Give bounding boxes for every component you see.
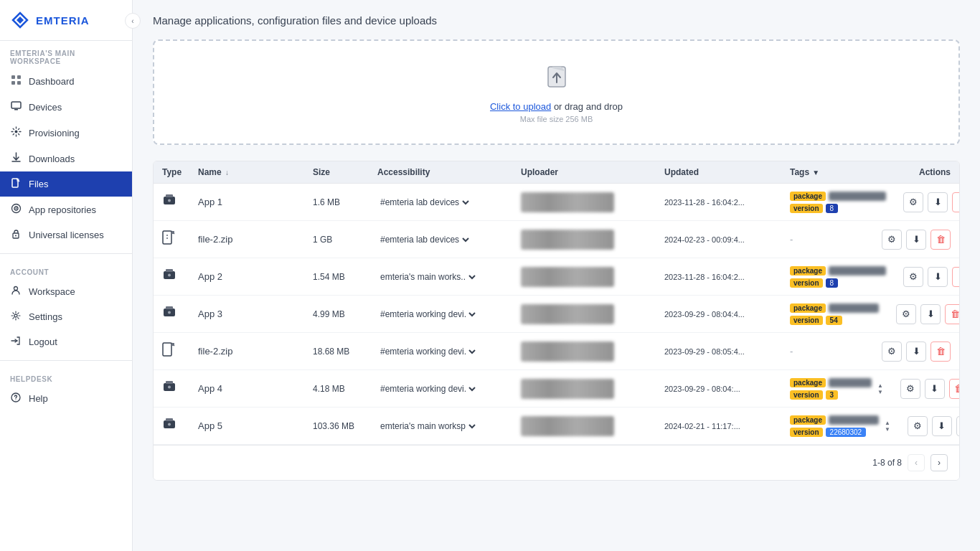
settings-action-button[interactable]: ⚙: [900, 379, 920, 399]
download-action-button[interactable]: ⬇: [906, 342, 926, 362]
file-name: file-2.zip: [198, 234, 313, 245]
accessibility-cell[interactable]: #emteria lab devices: [377, 234, 521, 245]
zip-type-icon: [162, 345, 175, 359]
accessibility-dropdown[interactable]: #emteria working devi...: [377, 346, 478, 357]
sidebar-item-app-repositories[interactable]: App repositories: [0, 197, 132, 222]
settings-action-button[interactable]: ⚙: [903, 192, 923, 212]
delete-action-button[interactable]: 🗑: [956, 416, 960, 436]
pagination-next-button[interactable]: ›: [930, 454, 948, 471]
uploader-value: [521, 342, 614, 362]
logo-text: EMTERIA: [36, 14, 90, 27]
accessibility-dropdown[interactable]: #emteria working devi...: [377, 383, 478, 395]
svg-point-21: [15, 399, 16, 400]
uploader-cell: [521, 379, 664, 399]
delete-action-button[interactable]: 🗑: [930, 230, 951, 250]
updated-cell: 2023-09-29 - 08:05:4...: [664, 347, 790, 356]
file-size: 18.68 MB: [313, 347, 377, 357]
pagination-text: 1-8 of 8: [872, 458, 902, 468]
files-table: Type Name ↓ Size Accessibility Uploader …: [153, 161, 960, 481]
sidebar-item-dashboard[interactable]: Dashboard: [0, 68, 132, 94]
accessibility-dropdown[interactable]: #emteria lab devices: [377, 234, 471, 245]
sidebar-item-label-downloads: Downloads: [29, 154, 75, 164]
tag-row: version 22680302: [790, 428, 879, 437]
download-action-button[interactable]: ⬇: [932, 416, 952, 436]
svg-marker-1: [17, 17, 24, 24]
sidebar-item-files[interactable]: Files: [0, 171, 132, 197]
tag-value: [829, 192, 886, 201]
sidebar-item-label-help: Help: [29, 393, 48, 404]
tags-cell: -: [790, 234, 864, 245]
sidebar-item-label-dashboard: Dashboard: [29, 76, 75, 87]
app-type-icon: [162, 270, 176, 285]
pagination-prev-button[interactable]: ‹: [908, 454, 925, 471]
uploader-cell: [521, 192, 664, 212]
delete-action-button[interactable]: 🗑: [930, 342, 951, 362]
settings-action-button[interactable]: ⚙: [882, 230, 902, 250]
accessibility-cell[interactable]: #emteria working devi...: [377, 309, 521, 320]
file-name: App 2: [198, 271, 313, 282]
sidebar-item-universal-licenses[interactable]: Universal licenses: [0, 222, 132, 248]
delete-action-button[interactable]: 🗑: [952, 192, 960, 212]
accessibility-dropdown[interactable]: emteria's main worksp...: [377, 420, 478, 432]
actions-cell: ⚙ ⬇ 🗑: [886, 267, 960, 287]
tag-row: version 3: [790, 390, 872, 400]
sidebar-collapse-button[interactable]: ‹: [125, 13, 141, 29]
accessibility-dropdown[interactable]: #emteria lab devices: [377, 197, 471, 208]
file-type-cell: [162, 417, 198, 435]
sidebar-item-help[interactable]: Help: [0, 386, 132, 411]
app-repositories-icon: [10, 203, 22, 216]
accessibility-dropdown[interactable]: #emteria working devi...: [377, 309, 478, 320]
settings-action-button[interactable]: ⚙: [908, 416, 928, 436]
upload-link[interactable]: Click to upload: [490, 101, 551, 112]
updated-cell: 2023-11-28 - 16:04:2...: [664, 198, 790, 207]
tags-scroll-arrows[interactable]: ▲▼: [885, 420, 890, 433]
svg-rect-4: [11, 81, 15, 85]
download-action-button[interactable]: ⬇: [928, 267, 948, 287]
sidebar-item-settings[interactable]: Settings: [0, 304, 132, 329]
sidebar-item-provisioning[interactable]: Provisioning: [0, 120, 132, 146]
file-size: 1.6 MB: [313, 197, 377, 207]
tag-label: package: [790, 266, 826, 276]
download-action-button[interactable]: ⬇: [925, 379, 945, 399]
sidebar-item-downloads[interactable]: Downloads: [0, 146, 132, 171]
uploader-cell: [521, 304, 664, 324]
file-type-cell: [162, 380, 198, 397]
delete-action-button[interactable]: 🗑: [949, 379, 960, 399]
upload-zone[interactable]: Click to upload or drag and drop Max fil…: [153, 39, 960, 145]
sidebar-item-logout[interactable]: Logout: [0, 329, 132, 354]
settings-action-button[interactable]: ⚙: [896, 304, 916, 324]
pagination: 1-8 of 8 ‹ ›: [154, 445, 959, 480]
tags-cell: package version 22680302: [790, 415, 879, 437]
delete-action-button[interactable]: 🗑: [952, 267, 960, 287]
accessibility-cell[interactable]: #emteria working devi...: [377, 383, 521, 395]
workspace-section-label: EMTERIA'S MAIN WORKSPACE: [0, 41, 132, 68]
settings-action-button[interactable]: ⚙: [903, 267, 923, 287]
uploader-cell: [521, 267, 664, 287]
download-action-button[interactable]: ⬇: [920, 304, 941, 324]
table-row: App 2 1.54 MB emteria's main works... 20…: [154, 258, 959, 296]
download-action-button[interactable]: ⬇: [928, 192, 948, 212]
accessibility-cell[interactable]: emteria's main works...: [377, 271, 521, 283]
delete-action-button[interactable]: 🗑: [945, 304, 960, 324]
col-name[interactable]: Name ↓: [198, 167, 313, 177]
accessibility-cell[interactable]: #emteria working devi...: [377, 346, 521, 357]
tag-label: package: [790, 415, 826, 425]
tag-label: package: [790, 303, 826, 313]
uploader-value: [521, 379, 614, 399]
tag-row: package: [790, 378, 872, 387]
sidebar-item-label-provisioning: Provisioning: [29, 128, 80, 138]
tags-scroll-arrows[interactable]: ▲▼: [877, 382, 883, 395]
settings-action-button[interactable]: ⚙: [882, 342, 902, 362]
tags-filter-icon[interactable]: ▼: [812, 169, 819, 176]
tag-value-version: 8: [826, 204, 839, 213]
download-action-button[interactable]: ⬇: [906, 230, 926, 250]
accessibility-dropdown[interactable]: emteria's main works...: [377, 271, 478, 283]
file-type-cell: [162, 305, 198, 323]
accessibility-cell[interactable]: emteria's main worksp...: [377, 420, 521, 432]
updated-cell: 2023-09-29 - 08:04:...: [664, 385, 790, 393]
sidebar-item-workspace[interactable]: Workspace: [0, 279, 132, 304]
sidebar-item-label-universal-licenses: Universal licenses: [29, 230, 104, 240]
sidebar-item-devices[interactable]: Devices: [0, 94, 132, 120]
sidebar-item-label-app-repositories: App repositories: [29, 204, 96, 215]
accessibility-cell[interactable]: #emteria lab devices: [377, 197, 521, 208]
